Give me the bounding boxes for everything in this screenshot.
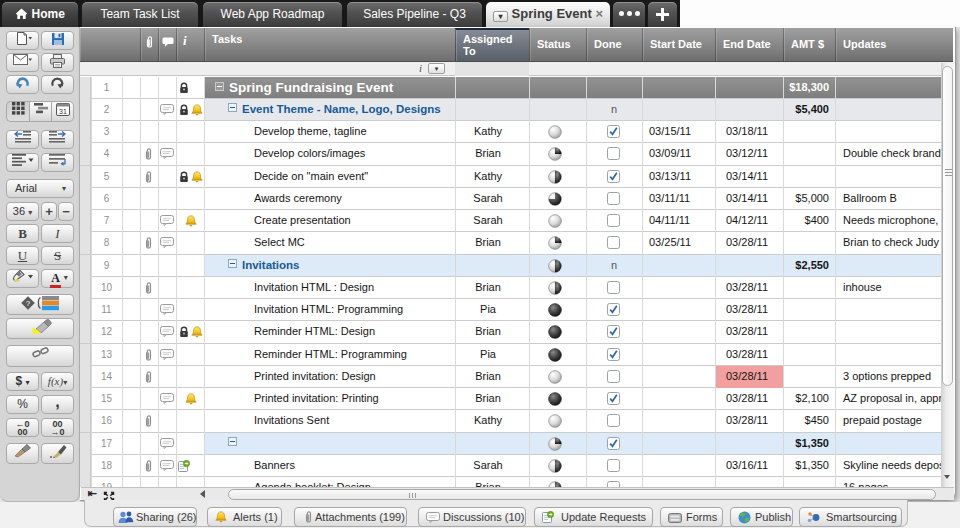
svg-text:?: ?	[26, 299, 31, 308]
svg-text:31: 31	[59, 108, 67, 115]
